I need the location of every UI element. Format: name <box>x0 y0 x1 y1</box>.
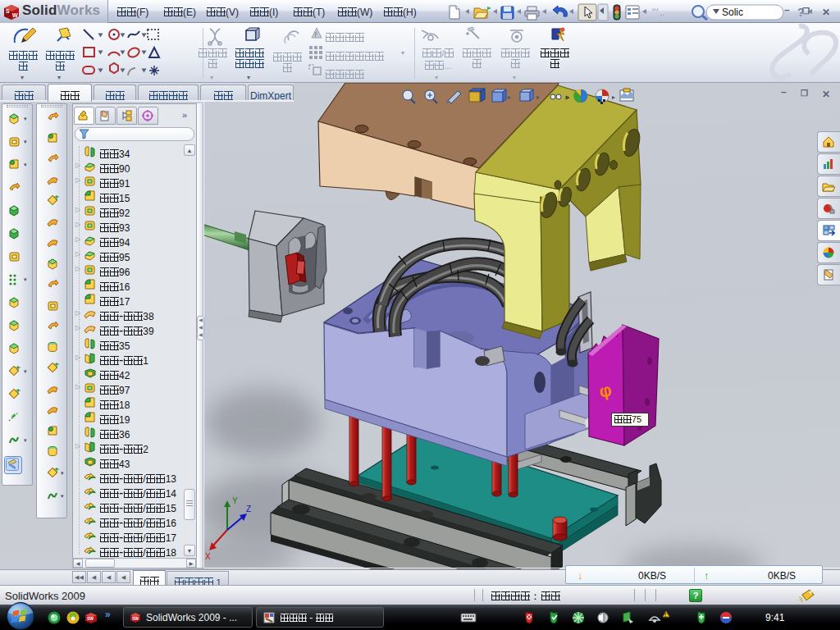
svg-text:SW: SW <box>132 616 139 621</box>
svg-text:!: ! <box>664 612 666 618</box>
svg-text:!: ! <box>314 30 317 39</box>
svg-text:W: W <box>12 12 18 18</box>
svg-text:Y: Y <box>232 496 238 505</box>
svg-text:S: S <box>6 8 10 14</box>
svg-text:»: » <box>105 609 111 620</box>
svg-text:Z: Z <box>246 504 251 514</box>
svg-text:Solic: Solic <box>722 7 743 18</box>
svg-text:9:41: 9:41 <box>765 612 785 623</box>
svg-text:X: X <box>205 552 211 561</box>
svg-text:⺍..: ⺍.. <box>651 7 664 17</box>
svg-text:SW: SW <box>87 616 94 621</box>
